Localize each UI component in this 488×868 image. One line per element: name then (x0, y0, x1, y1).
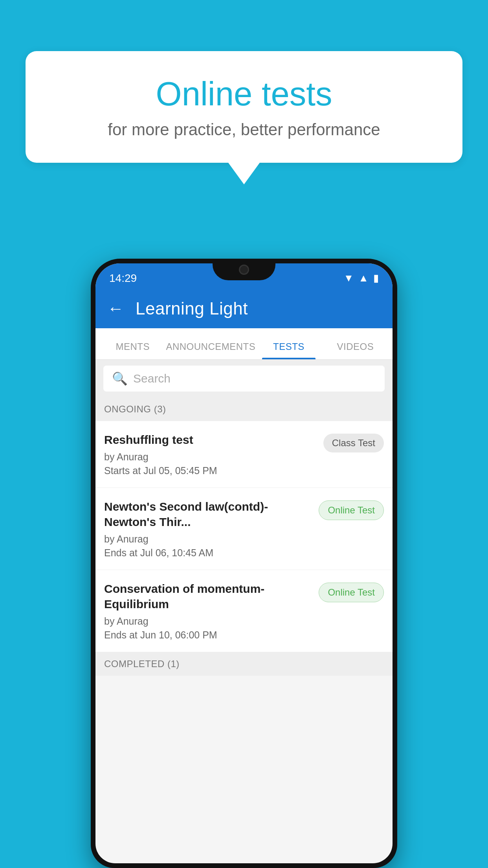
speech-bubble-section: Online tests for more practice, better p… (26, 51, 462, 184)
test-badge-online-2: Online Test (319, 583, 384, 602)
test-author: by Anurag (104, 451, 316, 463)
wifi-icon: ▼ (344, 272, 354, 284)
test-info: Conservation of momentum-Equilibrium by … (104, 581, 311, 641)
phone-screen: 14:29 ▼ ▲ ▮ ← Learning Light MENTS ANNOU… (95, 263, 393, 863)
tab-ments[interactable]: MENTS (99, 341, 166, 359)
search-input[interactable]: Search (133, 372, 171, 385)
speech-bubble: Online tests for more practice, better p… (26, 51, 462, 163)
tests-list: Reshuffling test by Anurag Starts at Jul… (95, 421, 393, 652)
test-badge-class: Class Test (323, 434, 384, 452)
search-icon: 🔍 (112, 371, 128, 386)
battery-icon: ▮ (373, 272, 379, 284)
test-item-newtons[interactable]: Newton's Second law(contd)-Newton's Thir… (95, 488, 393, 570)
bubble-tail (228, 163, 260, 184)
test-item-conservation[interactable]: Conservation of momentum-Equilibrium by … (95, 570, 393, 652)
bubble-title: Online tests (53, 75, 435, 113)
search-box[interactable]: 🔍 Search (103, 366, 385, 392)
bubble-subtitle: for more practice, better performance (53, 120, 435, 139)
test-name: Conservation of momentum-Equilibrium (104, 581, 311, 612)
app-title: Learning Light (136, 299, 248, 318)
ongoing-section-label: ONGOING (3) (95, 397, 393, 421)
test-badge-online: Online Test (319, 500, 384, 520)
tabs-container: MENTS ANNOUNCEMENTS TESTS VIDEOS (95, 328, 393, 360)
status-icons: ▼ ▲ ▮ (344, 272, 379, 284)
tab-announcements[interactable]: ANNOUNCEMENTS (166, 341, 255, 359)
phone-camera (239, 265, 249, 275)
test-author: by Anurag (104, 533, 311, 545)
test-author: by Anurag (104, 616, 311, 627)
back-button[interactable]: ← (107, 299, 124, 318)
status-time: 14:29 (109, 272, 137, 285)
phone-frame: 14:29 ▼ ▲ ▮ ← Learning Light MENTS ANNOU… (91, 259, 397, 868)
test-name: Reshuffling test (104, 432, 316, 447)
search-container: 🔍 Search (95, 360, 393, 397)
test-info: Newton's Second law(contd)-Newton's Thir… (104, 499, 311, 559)
test-item-reshuffling[interactable]: Reshuffling test by Anurag Starts at Jul… (95, 421, 393, 488)
signal-icon: ▲ (358, 272, 369, 284)
completed-section-label: COMPLETED (1) (95, 652, 393, 676)
phone-notch (213, 259, 275, 280)
tab-videos[interactable]: VIDEOS (322, 341, 389, 359)
test-name: Newton's Second law(contd)-Newton's Thir… (104, 499, 311, 530)
tab-tests[interactable]: TESTS (255, 341, 322, 359)
test-date: Ends at Jun 10, 06:00 PM (104, 629, 311, 641)
app-header: ← Learning Light (95, 289, 393, 328)
test-date: Starts at Jul 05, 05:45 PM (104, 465, 316, 476)
test-info: Reshuffling test by Anurag Starts at Jul… (104, 432, 316, 476)
test-date: Ends at Jul 06, 10:45 AM (104, 547, 311, 559)
